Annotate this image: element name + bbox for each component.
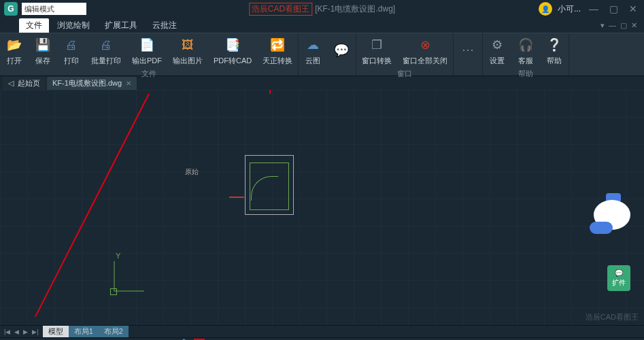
plugin-button[interactable]: 💬 扩件 (607, 265, 630, 291)
export-pdf-button[interactable]: 📄输出PDF (126, 33, 167, 69)
headset-icon: 🎧 (517, 36, 535, 54)
drawing-text: 原始 (185, 167, 199, 177)
menu-bar: 文件 浏览绘制 扩展工具 云批注 ▾ — ▢ ✕ (0, 18, 644, 33)
gear-icon: ⚙ (488, 36, 506, 54)
user-name: 小可... (558, 3, 581, 15)
restore-doc-icon[interactable]: ▢ (620, 21, 627, 30)
cloud-button[interactable]: ☁云图 (299, 33, 327, 69)
print-icon: 🖨 (63, 36, 80, 54)
menu-browse-draw[interactable]: 浏览绘制 (50, 18, 97, 33)
image-icon: 🖼 (179, 36, 197, 54)
title-bar: G 浩辰CAD看图王 [KF-1电缆敷设图.dwg] 👤 小可... — ▢ ✕ (0, 0, 644, 18)
batch-print-icon: 🖨 (97, 36, 115, 54)
ribbon-group-window: ❐窗口转换 ⊗窗口全部关闭 窗口 (356, 33, 454, 75)
maximize-button[interactable]: ▢ (607, 3, 621, 14)
tab-layout1[interactable]: 布局1 (69, 326, 99, 337)
close-tab-icon[interactable]: ✕ (126, 80, 131, 87)
tianzheng-convert-button[interactable]: 🔁天正转换 (257, 33, 298, 69)
last-tab-button[interactable]: ▶| (31, 328, 39, 335)
save-icon: 💾 (34, 36, 52, 54)
min-doc-icon[interactable]: — (609, 21, 616, 30)
window-close-all-button[interactable]: ⊗窗口全部关闭 (397, 33, 453, 69)
app-name: 浩辰CAD看图王 (249, 3, 312, 16)
minimize-button[interactable]: — (586, 3, 601, 14)
tab-layout2[interactable]: 布局2 (99, 326, 129, 337)
ribbon: 📂打开 💾保存 🖨打印 🖨批量打印 📄输出PDF 🖼输出图片 📑PDF转CAD … (0, 33, 644, 76)
tab-model[interactable]: 模型 (43, 326, 69, 337)
start-tab[interactable]: ◁ 起始页 (3, 77, 46, 90)
file-title: [KF-1电缆敷设图.dwg] (315, 3, 395, 15)
mode-input[interactable] (22, 3, 86, 15)
layout-tabs: |◀ ◀ ▶ ▶| 模型 布局1 布局2 (0, 325, 644, 337)
pdf-to-cad-button[interactable]: 📑PDF转CAD (208, 33, 257, 69)
export-image-button[interactable]: 🖼输出图片 (167, 33, 208, 69)
cloud-icon: ☁ (304, 36, 322, 54)
title-center: 浩辰CAD看图王 [KF-1电缆敷设图.dwg] (249, 3, 395, 16)
collapse-ribbon-icon[interactable]: ▾ (600, 21, 605, 30)
open-button[interactable]: 📂打开 (0, 33, 29, 69)
drawing-canvas[interactable]: 原始 Y 💬 扩件 浩辰CAD看图王 (0, 90, 644, 325)
prev-tab-button[interactable]: ◀ (13, 328, 20, 335)
save-button[interactable]: 💾保存 (29, 33, 57, 69)
window-switch-button[interactable]: ❐窗口转换 (356, 33, 397, 69)
menu-file[interactable]: 文件 (19, 18, 49, 33)
batch-print-button[interactable]: 🖨批量打印 (86, 33, 126, 69)
status-bar: -8.0365, -15.8409, 0.0000 🔒 ▦ ⬚ ⊥ ✛ ◻ ▣ (0, 337, 644, 340)
user-avatar[interactable]: 👤 (539, 2, 552, 16)
menu-cloud-annotate[interactable]: 云批注 (146, 18, 184, 33)
mascot[interactable] (588, 192, 636, 233)
ribbon-group-label: 帮助 (483, 69, 569, 80)
next-tab-button[interactable]: ▶ (22, 328, 29, 335)
ribbon-group-cloud: ☁云图 💬 (299, 33, 356, 75)
app-logo: G (4, 2, 18, 16)
wechat-icon: 💬 (333, 41, 350, 59)
dots-icon: ⋯ (459, 41, 477, 58)
window-close-icon: ⊗ (416, 36, 434, 54)
close-button[interactable]: ✕ (626, 3, 640, 14)
support-button[interactable]: 🎧客服 (511, 33, 540, 69)
print-button[interactable]: 🖨打印 (57, 33, 86, 69)
ribbon-group-misc: ⋯ (454, 33, 483, 75)
tz-icon: 🔁 (269, 36, 286, 54)
annotation-arrow-top (269, 90, 271, 94)
help-button[interactable]: ❔帮助 (540, 33, 569, 69)
folder-open-icon: 📂 (5, 36, 23, 54)
drawing-curve (251, 176, 278, 201)
window-icon: ❐ (368, 36, 386, 54)
first-tab-button[interactable]: |◀ (3, 328, 12, 335)
ucs-origin (110, 288, 117, 295)
menu-extension-tools[interactable]: 扩展工具 (98, 18, 144, 33)
grid (0, 90, 644, 325)
close-doc-icon[interactable]: ✕ (631, 21, 637, 30)
pdf-icon: 📄 (138, 36, 156, 54)
watermark: 浩辰CAD看图王 (586, 312, 639, 322)
ribbon-group-label: 窗口 (356, 69, 453, 80)
wechat-button[interactable]: 💬 (327, 33, 356, 69)
ribbon-group-file: 📂打开 💾保存 🖨打印 🖨批量打印 📄输出PDF 🖼输出图片 📑PDF转CAD … (0, 33, 299, 75)
help-icon: ❔ (545, 36, 563, 54)
misc-button[interactable]: ⋯ (454, 33, 482, 66)
chat-icon: 💬 (615, 269, 623, 277)
settings-button[interactable]: ⚙设置 (483, 33, 511, 69)
convert-icon: 📑 (224, 36, 241, 54)
file-tab[interactable]: KF-1电缆敷设图.dwg✕ (47, 77, 137, 90)
ribbon-group-help: ⚙设置 🎧客服 ❔帮助 帮助 (483, 33, 569, 75)
drawing-dimension (229, 197, 244, 198)
drawing-rect (245, 155, 294, 215)
